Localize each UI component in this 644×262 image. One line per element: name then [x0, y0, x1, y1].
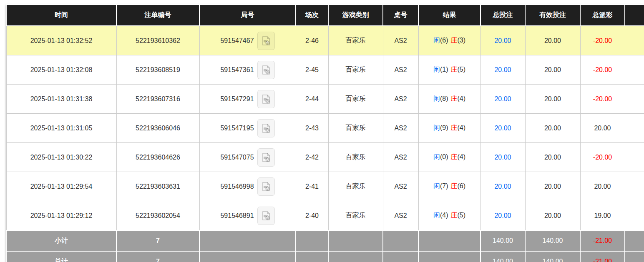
cell-result: 闲(9)庄(4) — [418, 114, 480, 143]
cell-bet-number: 522193606046 — [116, 114, 199, 143]
video-replay-button[interactable] — [257, 148, 275, 167]
cell-total-payout: 20.00 — [580, 114, 625, 143]
bet-record-row[interactable]: 2025-01-13 01:29:54522193603631591546998… — [6, 172, 644, 201]
bet-record-row[interactable]: 2025-01-13 01:30:22522193604626591547075… — [6, 143, 644, 172]
video-replay-button[interactable] — [257, 61, 275, 79]
round-number-text: 591546998 — [220, 183, 254, 190]
result-banker-label: 庄 — [451, 153, 458, 160]
cell-extra — [625, 172, 644, 201]
result-banker-value: (6) — [458, 182, 466, 190]
result-banker-label: 庄 — [451, 182, 458, 190]
cell-result: 闲(0)庄(4) — [418, 143, 480, 172]
column-header-total-bet: 总投注 — [480, 5, 525, 26]
cell-game-type: 百家乐 — [328, 143, 383, 172]
cell-round-number: 591547361 — [199, 55, 296, 85]
bet-history-table-container: 时间 注单编号 局号 场次 游戏类别 桌号 结果 总投注 有效投注 总派彩 20… — [0, 0, 644, 262]
cell-session: 2-42 — [296, 143, 328, 172]
result-player-value: (0) — [440, 153, 448, 160]
cell-round-number: 591547075 — [199, 143, 296, 172]
round-number-text: 591547075 — [220, 154, 254, 161]
video-file-icon — [261, 123, 272, 134]
result-player-label: 闲 — [433, 124, 440, 131]
cell-time: 2025-01-13 01:31:38 — [6, 85, 116, 114]
result-banker-value: (5) — [458, 212, 466, 219]
result-banker-value: (4) — [458, 124, 466, 131]
result-banker-label: 庄 — [451, 212, 458, 219]
bet-record-row[interactable]: 2025-01-13 01:32:08522193608519591547361… — [6, 55, 644, 85]
result-player-label: 闲 — [433, 37, 440, 44]
cell-round-number: 591547195 — [199, 114, 296, 143]
cell-total-bet: 20.00 — [480, 85, 525, 114]
bet-record-row[interactable]: 2025-01-13 01:31:38522193607316591547291… — [6, 85, 644, 114]
grand-total-empty-cell — [328, 251, 383, 262]
grand-total-empty-cell — [296, 251, 328, 262]
cell-game-type: 百家乐 — [328, 26, 383, 55]
grand-total-total-bet: 140.00 — [480, 251, 525, 262]
cell-table-number: AS2 — [383, 172, 418, 201]
cell-bet-number: 522193607316 — [116, 85, 199, 114]
round-number-text: 591547467 — [220, 37, 254, 45]
subtotal-label: 小计 — [6, 230, 116, 251]
cell-bet-number: 522193604626 — [116, 143, 199, 172]
subtotal-total-payout: -21.00 — [580, 230, 625, 251]
video-replay-button[interactable] — [257, 207, 275, 225]
cell-table-number: AS2 — [383, 26, 418, 55]
video-replay-button[interactable] — [257, 119, 275, 137]
cell-round-number: 591547467 — [199, 26, 296, 55]
cell-extra — [625, 143, 644, 172]
video-replay-button[interactable] — [257, 90, 275, 108]
result-banker-label: 庄 — [451, 37, 458, 44]
cell-extra — [625, 55, 644, 85]
cell-game-type: 百家乐 — [328, 114, 383, 143]
column-header-valid-bet: 有效投注 — [525, 5, 580, 26]
cell-total-payout: -20.00 — [580, 143, 625, 172]
round-number-text: 591546891 — [220, 212, 254, 220]
cell-table-number: AS2 — [383, 85, 418, 114]
result-banker-value: (4) — [458, 95, 466, 102]
cell-total-bet: 20.00 — [480, 26, 525, 55]
cell-extra — [625, 201, 644, 231]
result-player-label: 闲 — [433, 212, 440, 219]
bet-record-row[interactable]: 2025-01-13 01:31:05522193606046591547195… — [6, 114, 644, 143]
cell-session: 2-41 — [296, 172, 328, 201]
grand-total-total-payout: -21.00 — [580, 251, 625, 262]
result-player-value: (4) — [440, 212, 448, 219]
video-file-icon — [261, 210, 272, 221]
grand-total-empty-cell — [383, 251, 418, 262]
cell-bet-number: 522193603631 — [116, 172, 199, 201]
cell-valid-bet: 20.00 — [525, 85, 580, 114]
result-player-label: 闲 — [433, 182, 440, 190]
video-replay-button[interactable] — [257, 177, 275, 196]
column-header-round-number: 局号 — [199, 5, 296, 26]
result-banker-value: (4) — [458, 153, 466, 160]
grand-total-empty-cell — [418, 251, 480, 262]
cell-time: 2025-01-13 01:32:08 — [6, 55, 116, 85]
cell-valid-bet: 20.00 — [525, 55, 580, 85]
video-file-icon — [261, 152, 272, 163]
cell-valid-bet: 20.00 — [525, 143, 580, 172]
result-player-value: (8) — [440, 95, 448, 102]
cell-game-type: 百家乐 — [328, 172, 383, 201]
bet-record-row[interactable]: 2025-01-13 01:32:52522193610362591547467… — [6, 26, 644, 55]
grand-total-row: 总计 7 140.00 140.00 -21.00 — [6, 251, 644, 262]
subtotal-total-bet: 140.00 — [480, 230, 525, 251]
bet-record-row[interactable]: 2025-01-13 01:29:12522193602054591546891… — [6, 201, 644, 231]
cell-valid-bet: 20.00 — [525, 26, 580, 55]
cell-table-number: AS2 — [383, 201, 418, 231]
cell-time: 2025-01-13 01:32:52 — [6, 26, 116, 55]
video-replay-button[interactable] — [257, 32, 275, 50]
cell-total-payout: 19.00 — [580, 201, 625, 231]
round-number-text: 591547361 — [220, 66, 254, 74]
subtotal-empty-cell — [625, 230, 644, 251]
subtotal-empty-cell — [418, 230, 480, 251]
cell-session: 2-44 — [296, 85, 328, 114]
video-file-icon — [261, 35, 272, 46]
cell-table-number: AS2 — [383, 55, 418, 85]
cell-extra — [625, 114, 644, 143]
cell-result: 闲(6)庄(3) — [418, 26, 480, 55]
cell-result: 闲(4)庄(5) — [418, 201, 480, 231]
subtotal-empty-cell — [328, 230, 383, 251]
cell-extra — [625, 85, 644, 114]
result-player-label: 闲 — [433, 153, 440, 160]
cell-round-number: 591547291 — [199, 85, 296, 114]
